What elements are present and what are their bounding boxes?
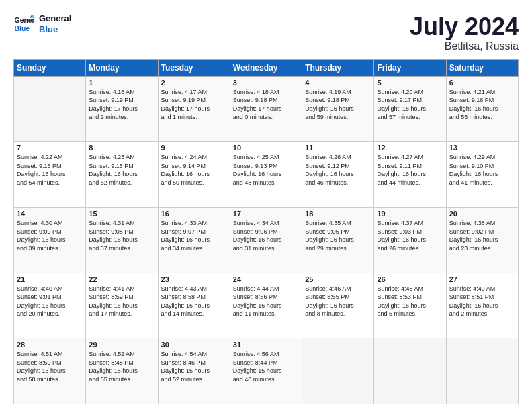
calendar-cell: 16Sunrise: 4:33 AM Sunset: 9:07 PM Dayli… (158, 207, 230, 273)
week-row-3: 21Sunrise: 4:40 AM Sunset: 9:01 PM Dayli… (14, 273, 519, 338)
calendar-cell: 21Sunrise: 4:40 AM Sunset: 9:01 PM Dayli… (14, 273, 86, 338)
day-number: 22 (89, 275, 154, 283)
day-number: 5 (377, 79, 443, 87)
week-row-0: 1Sunrise: 4:16 AM Sunset: 9:19 PM Daylig… (14, 76, 519, 142)
week-row-2: 14Sunrise: 4:30 AM Sunset: 9:09 PM Dayli… (14, 207, 519, 273)
day-number: 9 (161, 144, 227, 152)
day-info: Sunrise: 4:37 AM Sunset: 9:03 PM Dayligh… (377, 219, 443, 253)
day-info: Sunrise: 4:38 AM Sunset: 9:02 PM Dayligh… (449, 219, 515, 253)
col-thursday: Thursday (302, 59, 374, 76)
day-number: 19 (377, 210, 443, 218)
day-number: 6 (449, 79, 515, 87)
calendar-cell: 10Sunrise: 4:25 AM Sunset: 9:13 PM Dayli… (230, 142, 302, 208)
day-number: 4 (305, 79, 371, 87)
day-number: 17 (233, 210, 299, 218)
calendar-cell: 18Sunrise: 4:35 AM Sunset: 9:05 PM Dayli… (302, 207, 374, 273)
day-number: 27 (449, 275, 515, 283)
page: General Blue General Blue July 2024 Betl… (0, 0, 532, 411)
svg-text:General: General (15, 17, 35, 24)
day-info: Sunrise: 4:25 AM Sunset: 9:13 PM Dayligh… (233, 153, 299, 187)
location-title: Betlitsa, Russia (410, 40, 519, 52)
calendar-cell: 31Sunrise: 4:56 AM Sunset: 8:44 PM Dayli… (230, 338, 302, 404)
day-info: Sunrise: 4:24 AM Sunset: 9:14 PM Dayligh… (161, 153, 227, 187)
calendar-cell: 5Sunrise: 4:20 AM Sunset: 9:17 PM Daylig… (374, 76, 446, 142)
day-number: 2 (161, 79, 227, 87)
calendar-cell: 6Sunrise: 4:21 AM Sunset: 9:16 PM Daylig… (446, 76, 518, 142)
header: General Blue General Blue July 2024 Betl… (13, 13, 519, 52)
calendar-cell: 27Sunrise: 4:49 AM Sunset: 8:51 PM Dayli… (446, 273, 518, 338)
day-number: 21 (17, 275, 83, 283)
day-number: 15 (89, 210, 154, 218)
calendar-cell: 28Sunrise: 4:51 AM Sunset: 8:50 PM Dayli… (14, 338, 86, 404)
logo-icon: General Blue (13, 13, 35, 35)
week-row-4: 28Sunrise: 4:51 AM Sunset: 8:50 PM Dayli… (14, 338, 519, 404)
calendar-cell (446, 338, 518, 404)
day-info: Sunrise: 4:46 AM Sunset: 8:55 PM Dayligh… (305, 285, 371, 318)
day-info: Sunrise: 4:54 AM Sunset: 8:46 PM Dayligh… (161, 350, 227, 383)
calendar-cell: 15Sunrise: 4:31 AM Sunset: 9:08 PM Dayli… (86, 207, 158, 273)
calendar-cell: 2Sunrise: 4:17 AM Sunset: 9:19 PM Daylig… (158, 76, 230, 142)
calendar-cell: 29Sunrise: 4:52 AM Sunset: 8:48 PM Dayli… (86, 338, 158, 404)
day-info: Sunrise: 4:17 AM Sunset: 9:19 PM Dayligh… (161, 88, 227, 122)
calendar-cell: 3Sunrise: 4:18 AM Sunset: 9:18 PM Daylig… (230, 76, 302, 142)
day-info: Sunrise: 4:22 AM Sunset: 9:16 PM Dayligh… (17, 153, 83, 187)
calendar-cell: 8Sunrise: 4:23 AM Sunset: 9:15 PM Daylig… (86, 142, 158, 208)
day-info: Sunrise: 4:21 AM Sunset: 9:16 PM Dayligh… (449, 88, 515, 122)
day-info: Sunrise: 4:51 AM Sunset: 8:50 PM Dayligh… (17, 350, 83, 383)
day-number: 3 (233, 79, 299, 87)
calendar-cell: 9Sunrise: 4:24 AM Sunset: 9:14 PM Daylig… (158, 142, 230, 208)
week-row-1: 7Sunrise: 4:22 AM Sunset: 9:16 PM Daylig… (14, 142, 519, 208)
svg-text:Blue: Blue (15, 25, 30, 32)
calendar-cell: 4Sunrise: 4:19 AM Sunset: 9:18 PM Daylig… (302, 76, 374, 142)
calendar-cell: 24Sunrise: 4:44 AM Sunset: 8:56 PM Dayli… (230, 273, 302, 338)
day-info: Sunrise: 4:27 AM Sunset: 9:11 PM Dayligh… (377, 153, 443, 187)
day-info: Sunrise: 4:48 AM Sunset: 8:53 PM Dayligh… (377, 285, 443, 318)
calendar-cell: 1Sunrise: 4:16 AM Sunset: 9:19 PM Daylig… (86, 76, 158, 142)
day-info: Sunrise: 4:56 AM Sunset: 8:44 PM Dayligh… (233, 350, 299, 383)
calendar-cell: 12Sunrise: 4:27 AM Sunset: 9:11 PM Dayli… (374, 142, 446, 208)
calendar-cell (14, 76, 86, 142)
calendar-cell: 26Sunrise: 4:48 AM Sunset: 8:53 PM Dayli… (374, 273, 446, 338)
calendar-cell: 7Sunrise: 4:22 AM Sunset: 9:16 PM Daylig… (14, 142, 86, 208)
col-tuesday: Tuesday (158, 59, 230, 76)
day-number: 18 (305, 210, 371, 218)
day-number: 24 (233, 275, 299, 283)
month-title: July 2024 (410, 13, 519, 40)
day-info: Sunrise: 4:26 AM Sunset: 9:12 PM Dayligh… (305, 153, 371, 187)
calendar-cell: 11Sunrise: 4:26 AM Sunset: 9:12 PM Dayli… (302, 142, 374, 208)
calendar-header-row: Sunday Monday Tuesday Wednesday Thursday… (14, 59, 519, 76)
day-number: 29 (89, 340, 154, 349)
title-block: July 2024 Betlitsa, Russia (410, 13, 519, 52)
day-info: Sunrise: 4:35 AM Sunset: 9:05 PM Dayligh… (305, 219, 371, 253)
day-number: 13 (449, 144, 515, 152)
day-number: 14 (17, 210, 83, 218)
day-number: 31 (233, 340, 299, 349)
col-friday: Friday (374, 59, 446, 76)
day-number: 20 (449, 210, 515, 218)
col-monday: Monday (86, 59, 158, 76)
day-number: 16 (161, 210, 227, 218)
calendar-cell (302, 338, 374, 404)
day-number: 1 (89, 79, 154, 87)
day-info: Sunrise: 4:16 AM Sunset: 9:19 PM Dayligh… (89, 88, 154, 122)
day-number: 25 (305, 275, 371, 283)
calendar-cell: 30Sunrise: 4:54 AM Sunset: 8:46 PM Dayli… (158, 338, 230, 404)
day-info: Sunrise: 4:29 AM Sunset: 9:10 PM Dayligh… (449, 153, 515, 187)
col-wednesday: Wednesday (230, 59, 302, 76)
day-info: Sunrise: 4:49 AM Sunset: 8:51 PM Dayligh… (449, 285, 515, 318)
calendar-cell: 20Sunrise: 4:38 AM Sunset: 9:02 PM Dayli… (446, 207, 518, 273)
day-info: Sunrise: 4:41 AM Sunset: 8:59 PM Dayligh… (89, 285, 154, 318)
day-info: Sunrise: 4:33 AM Sunset: 9:07 PM Dayligh… (161, 219, 227, 253)
calendar-cell: 13Sunrise: 4:29 AM Sunset: 9:10 PM Dayli… (446, 142, 518, 208)
day-info: Sunrise: 4:30 AM Sunset: 9:09 PM Dayligh… (17, 219, 83, 253)
calendar-cell: 22Sunrise: 4:41 AM Sunset: 8:59 PM Dayli… (86, 273, 158, 338)
col-sunday: Sunday (14, 59, 86, 76)
day-number: 7 (17, 144, 83, 152)
calendar-cell: 14Sunrise: 4:30 AM Sunset: 9:09 PM Dayli… (14, 207, 86, 273)
calendar-cell: 23Sunrise: 4:43 AM Sunset: 8:58 PM Dayli… (158, 273, 230, 338)
day-number: 11 (305, 144, 371, 152)
col-saturday: Saturday (446, 59, 518, 76)
calendar-cell: 25Sunrise: 4:46 AM Sunset: 8:55 PM Dayli… (302, 273, 374, 338)
day-info: Sunrise: 4:34 AM Sunset: 9:06 PM Dayligh… (233, 219, 299, 253)
day-info: Sunrise: 4:31 AM Sunset: 9:08 PM Dayligh… (89, 219, 154, 253)
